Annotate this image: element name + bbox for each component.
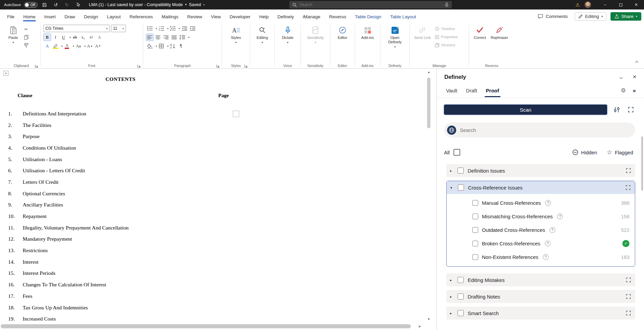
contents-row[interactable]: 8. Optional Currencies [0,188,416,199]
rephraser-button[interactable]: Rephraser [489,24,510,41]
section-expand-icon[interactable] [626,294,631,299]
help-icon[interactable]: ? [557,214,563,219]
issue-row[interactable]: Outdated Cross-References ? 522 ✓ [447,223,635,237]
editor-button[interactable]: Editor [333,24,352,41]
globe-icon[interactable] [447,126,456,135]
bullets-chevron-icon[interactable]: ▾ [156,27,157,30]
document-vertical-scrollbar[interactable]: ▲ ▼ [424,69,433,322]
page-content-control[interactable] [233,111,239,117]
issue-checkbox[interactable] [472,254,478,260]
decrease-indent-button[interactable] [180,25,188,32]
section-checkbox[interactable] [458,184,464,191]
comments-button[interactable]: Comments [535,13,570,20]
section-editing-mistakes[interactable]: ▸ Editing Mistakes [446,273,635,286]
ribbon-tab[interactable]: Review [183,11,206,22]
collapse-ribbon-button[interactable] [636,59,638,65]
contents-row[interactable]: 9. Ancillary Facilities [0,199,416,211]
document-horizontal-scrollbar[interactable]: ▶ [0,323,424,329]
section-chevron-down-icon[interactable]: ▾ [450,186,454,190]
issue-row[interactable]: Non-Existent References ? 183 ✓ [447,250,635,264]
styles-button[interactable]: A Styles ▾ [225,24,247,45]
contents-row[interactable]: 12. Mandatory Prepayment [0,234,416,245]
issue-row[interactable]: Broken Cross-References ? ✓ [447,237,635,250]
scroll-up-icon[interactable]: ▲ [424,69,433,75]
section-checkbox[interactable] [458,310,464,316]
section-checkbox[interactable] [458,168,464,174]
minimize-button[interactable]: – [597,0,613,9]
numbering-button[interactable]: 123 [157,25,165,32]
help-icon[interactable]: ? [543,254,549,260]
section-definition-issues[interactable]: ▸ Definition Issues [446,164,635,177]
borders-button[interactable] [157,42,165,50]
strikethrough-button[interactable]: ab [71,34,79,41]
ribbon-tab[interactable]: Home [19,11,40,22]
subscript-button[interactable]: x₂ [79,34,87,41]
cut-button[interactable]: ✂ [22,25,30,33]
section-chevron-right-icon[interactable]: ▸ [450,169,453,173]
ribbon-tab[interactable]: File [3,11,19,22]
ribbon-tab[interactable]: Table Layout [386,11,421,22]
issue-checkbox[interactable] [472,241,478,246]
styles-dialog-launcher[interactable] [244,64,248,68]
ribbon-tab[interactable]: Mailings [157,11,183,22]
ribbon-tab[interactable]: Developer [225,11,255,22]
line-spacing-chevron-icon[interactable]: ▾ [188,36,190,39]
issue-checkbox[interactable] [472,227,478,233]
contents-row[interactable]: 3. Purpose [0,131,416,142]
sort-button[interactable]: AZ [169,42,177,50]
ribbon-tab[interactable]: iManage [298,11,325,22]
paragraph-dialog-launcher[interactable] [216,64,220,68]
ribbon-tab[interactable]: Layout [103,11,125,22]
ribbon-tab[interactable]: View [206,11,225,22]
ribbon-tab[interactable]: Definely [273,11,298,22]
ribbon-tab[interactable]: Design [80,11,103,22]
align-center-button[interactable] [154,34,162,41]
align-right-button[interactable] [162,34,170,41]
dictate-button[interactable]: Dictate ▾ [277,24,298,45]
contents-row[interactable]: 5. Utilisation - Loans [0,154,416,165]
save-icon[interactable] [41,1,49,8]
change-case-chevron-icon[interactable]: ▾ [84,45,86,48]
versions-button[interactable]: Versions [434,41,459,49]
shading-chevron-icon[interactable]: ▾ [156,45,157,48]
multilevel-chevron-icon[interactable]: ▾ [179,27,180,30]
user-avatar[interactable] [584,1,591,8]
superscript-button[interactable]: x² [87,34,95,41]
format-painter-button[interactable] [22,42,30,49]
dictate-search-icon[interactable] [445,2,449,7]
contents-row[interactable]: 16. Changes To The Calculation Of Intere… [0,279,416,290]
settings-gear-icon[interactable]: ⚙ [621,87,626,94]
highlight-chevron-icon[interactable]: ▾ [61,45,63,48]
contents-row[interactable]: 1. Definitions And Interpretation [0,108,416,119]
font-size-combo[interactable]: 11 ▾ [111,25,126,32]
properties-button[interactable]: Properties [434,33,459,41]
help-icon[interactable]: ? [545,200,551,206]
section-expand-icon[interactable] [626,311,631,315]
send-link-button[interactable]: Send Link [413,24,432,49]
italic-button[interactable]: I [51,34,59,41]
definely-search-input[interactable] [460,127,630,133]
change-case-button[interactable]: Aa [74,42,82,50]
section-checkbox[interactable] [458,277,464,283]
ribbon-tab[interactable]: Draw [60,11,80,22]
font-color-chevron-icon[interactable]: ▾ [73,45,74,48]
scan-button[interactable]: Scan [444,105,607,115]
definely-search-bar[interactable] [444,123,635,137]
contents-row[interactable]: 15. Interest Periods [0,268,416,279]
bold-button[interactable]: B [43,34,51,41]
issue-checkbox[interactable] [472,214,478,219]
section-chevron-right-icon[interactable]: ▸ [450,311,453,315]
highlight-button[interactable] [51,42,59,50]
ribbon-tab[interactable]: References [125,11,157,22]
panel-close-icon[interactable]: ✕ [632,74,637,80]
increase-indent-button[interactable] [188,25,196,32]
document-canvas[interactable]: + CONTENTS Clause Page 1. Definitions An… [0,69,437,330]
collapse-panel-chevrons-icon[interactable]: » [633,87,636,94]
underline-button[interactable]: U [60,34,67,41]
sensitivity-button[interactable]: Sensitivity ▾ [304,24,327,45]
panel-scroll-thumb[interactable] [641,136,643,191]
issue-row[interactable]: Mismatching Cross-References ? 158 ✓ [447,210,635,223]
panel-collapse-chevron-icon[interactable] [620,74,622,80]
timeline-button[interactable]: Timeline [434,25,459,32]
paste-button[interactable]: Paste ▾ [5,24,21,49]
